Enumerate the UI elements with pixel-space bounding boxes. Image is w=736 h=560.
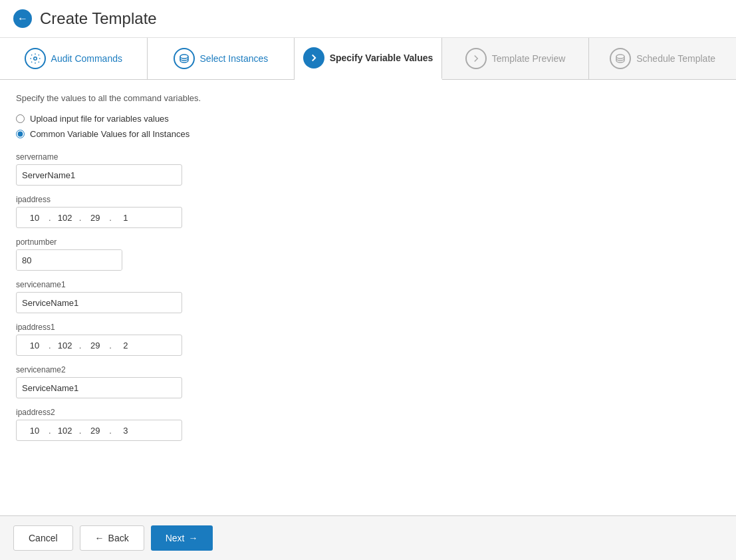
- next-label: Next: [166, 533, 185, 543]
- radio-common-input[interactable]: [16, 130, 25, 138]
- ip2-seg-3[interactable]: [82, 426, 108, 436]
- input-servicename2[interactable]: [16, 377, 182, 398]
- ip1-seg-2[interactable]: [53, 341, 78, 350]
- ip1-seg-1[interactable]: [22, 341, 47, 350]
- tab-template-preview[interactable]: Template Preview: [442, 38, 590, 79]
- field-group-servicename2: servicename2: [16, 365, 720, 398]
- tab-template-preview-label: Template Preview: [492, 53, 566, 64]
- label-ipaddress2: ipaddress2: [16, 408, 720, 417]
- label-ipaddress: ipaddress: [16, 195, 720, 204]
- field-group-ipaddress2: ipaddress2 . . .: [16, 408, 720, 441]
- page-header: ← Create Template: [0, 0, 736, 38]
- ip1-dot-3: .: [109, 341, 112, 350]
- ip-seg-4[interactable]: [113, 213, 138, 223]
- tab-schedule-template-label: Schedule Template: [636, 53, 715, 64]
- ip-seg-3[interactable]: [82, 213, 108, 223]
- next-button[interactable]: Next →: [151, 525, 213, 551]
- ip-seg-2[interactable]: [53, 213, 78, 223]
- radio-upload-input[interactable]: [16, 114, 25, 123]
- field-group-ipaddress: ipaddress . . .: [16, 195, 720, 228]
- footer: Cancel ← Back Next →: [0, 515, 736, 560]
- input-servicename1[interactable]: [16, 292, 182, 313]
- tab-select-instances[interactable]: Select Instances: [148, 38, 295, 79]
- cancel-label: Cancel: [29, 533, 58, 543]
- back-button-footer[interactable]: ← Back: [80, 525, 144, 551]
- input-portnumber[interactable]: [17, 250, 122, 270]
- audit-commands-icon: [25, 48, 46, 69]
- ip2-seg-4[interactable]: [113, 426, 138, 436]
- ip2-dot-1: .: [49, 426, 51, 436]
- field-group-servername: servername: [16, 152, 720, 186]
- ip1-dot-1: .: [49, 341, 51, 350]
- svg-point-1: [180, 55, 188, 59]
- ip2-dot-2: .: [79, 426, 82, 436]
- radio-common[interactable]: Common Variable Values for all Instances: [16, 129, 720, 139]
- tab-specify-variable-values[interactable]: Specify Variable Values: [295, 38, 442, 80]
- tab-specify-variable-values-label: Specify Variable Values: [330, 53, 433, 63]
- tab-audit-commands[interactable]: Audit Commands: [0, 38, 148, 79]
- ip-dot-1: .: [49, 213, 51, 223]
- cancel-button[interactable]: Cancel: [13, 525, 73, 551]
- radio-upload[interactable]: Upload input file for variables values: [16, 114, 720, 124]
- ip-input-ipaddress1: . . .: [16, 335, 182, 356]
- radio-group: Upload input file for variables values C…: [16, 114, 720, 139]
- ip1-dot-2: .: [79, 341, 82, 350]
- label-ipaddress1: ipaddress1: [16, 323, 720, 332]
- ip2-seg-1[interactable]: [22, 426, 47, 436]
- back-button[interactable]: ←: [13, 9, 32, 28]
- svg-point-0: [33, 57, 37, 61]
- tab-schedule-template[interactable]: Schedule Template: [589, 38, 736, 79]
- ip-seg-1[interactable]: [22, 213, 47, 223]
- ip-input-ipaddress2: . . .: [16, 420, 182, 441]
- ip-dot-2: .: [79, 213, 82, 223]
- label-servicename2: servicename2: [16, 365, 720, 374]
- field-group-servicename1: servicename1: [16, 280, 720, 313]
- template-preview-icon: [465, 48, 487, 69]
- ip1-seg-3[interactable]: [82, 341, 108, 350]
- wizard-tabs: Audit Commands Select Instances Specify …: [0, 38, 736, 80]
- label-servername: servername: [16, 152, 720, 162]
- ip-input-ipaddress: . . .: [16, 207, 182, 228]
- radio-common-label: Common Variable Values for all Instances: [30, 129, 189, 139]
- label-portnumber: portnumber: [16, 237, 720, 247]
- label-servicename1: servicename1: [16, 280, 720, 289]
- back-label: Back: [108, 533, 129, 543]
- specify-variable-values-icon: [303, 47, 324, 69]
- main-content: Specify the values to all the command va…: [0, 80, 736, 515]
- page-title: Create Template: [40, 9, 157, 28]
- tab-audit-commands-label: Audit Commands: [51, 53, 122, 64]
- back-arrow-icon: ←: [95, 533, 104, 543]
- schedule-template-icon: [610, 48, 631, 69]
- spinner-portnumber: ▲ ▼: [16, 249, 122, 271]
- field-group-ipaddress1: ipaddress1 . . .: [16, 323, 720, 356]
- input-servername[interactable]: [16, 164, 182, 186]
- next-arrow-icon: →: [189, 533, 198, 543]
- ip2-seg-2[interactable]: [53, 426, 78, 436]
- tab-select-instances-label: Select Instances: [200, 53, 269, 64]
- section-description: Specify the values to all the command va…: [16, 93, 720, 103]
- ip2-dot-3: .: [109, 426, 112, 436]
- svg-point-2: [616, 55, 624, 59]
- select-instances-icon: [174, 48, 195, 69]
- radio-upload-label: Upload input file for variables values: [30, 114, 169, 124]
- ip1-seg-4[interactable]: [113, 341, 138, 350]
- field-group-portnumber: portnumber ▲ ▼: [16, 237, 720, 271]
- ip-dot-3: .: [109, 213, 112, 223]
